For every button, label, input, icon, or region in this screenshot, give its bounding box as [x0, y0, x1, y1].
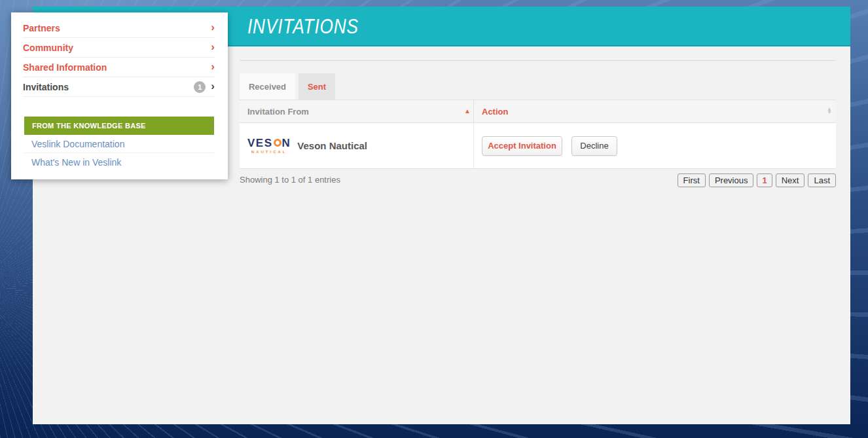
logo-o-ring-icon: O	[274, 139, 281, 147]
menu-item-partners[interactable]: Partners ›	[23, 18, 215, 38]
logo-text: N	[282, 137, 291, 149]
menu-item-label: Community	[23, 43, 73, 53]
menu-item-label: Partners	[23, 23, 60, 33]
link-veslink-documentation[interactable]: Veslink Documentation	[24, 135, 214, 153]
invitation-from-name: Veson Nautical	[297, 140, 367, 151]
link-whats-new-in-veslink[interactable]: What's New in Veslink	[24, 153, 214, 172]
menu-item-community[interactable]: Community ›	[23, 38, 215, 58]
logo-text: VES	[247, 137, 273, 149]
veslink-page: { "header": { "title": "INVITATIONS" }, …	[0, 0, 868, 438]
column-header-action[interactable]: Action ▲ ▼	[473, 100, 836, 122]
pagination-previous-button[interactable]: Previous	[709, 173, 754, 187]
tab-bar: Received Sent	[240, 73, 335, 100]
tab-received[interactable]: Received	[240, 73, 295, 100]
pagination-last-button[interactable]: Last	[808, 173, 836, 187]
divider	[240, 60, 836, 61]
pagination-page-1-button[interactable]: 1	[757, 173, 772, 187]
decline-button[interactable]: Decline	[571, 136, 617, 156]
column-header-label: Invitation From	[247, 107, 309, 117]
sort-neutral-icon: ▲ ▼	[827, 108, 832, 115]
chevron-right-icon: ›	[211, 22, 215, 34]
accept-invitation-button[interactable]: Accept Invitation	[482, 136, 562, 156]
logo-subtext: NAUTICAL	[251, 150, 287, 154]
page-title: INVITATIONS	[247, 7, 359, 46]
pagination: First Previous 1 Next Last	[678, 173, 836, 187]
menu-item-label: Invitations	[23, 82, 69, 92]
menu-item-invitations[interactable]: Invitations 1 ›	[23, 77, 215, 97]
table-row: VESON NAUTICAL Veson Nautical Accept Inv…	[240, 123, 836, 169]
navigation-menu: Partners › Community › Shared Informatio…	[11, 12, 228, 179]
pagination-next-button[interactable]: Next	[776, 173, 805, 187]
chevron-right-icon: ›	[211, 81, 215, 93]
knowledge-base-header: FROM THE KNOWLEDGE BASE	[24, 117, 214, 135]
sort-ascending-icon: ▲	[464, 107, 471, 115]
column-header-label: Action	[482, 107, 508, 117]
action-cell: Accept Invitation Decline	[473, 123, 836, 168]
menu-item-shared-information[interactable]: Shared Information ›	[23, 58, 215, 77]
menu-spacer	[11, 97, 228, 117]
entries-summary: Showing 1 to 1 of 1 entries	[240, 175, 340, 185]
chevron-right-icon: ›	[211, 41, 215, 54]
veson-nautical-logo: VESON NAUTICAL	[247, 137, 291, 154]
sort-down-glyph: ▼	[827, 111, 832, 115]
menu-item-label: Shared Information	[23, 62, 107, 73]
chevron-right-icon: ›	[211, 61, 215, 73]
invitations-count-badge: 1	[194, 81, 206, 93]
table-header-row: Invitation From ▲ Action ▲ ▼	[240, 100, 836, 123]
pagination-first-button[interactable]: First	[678, 173, 706, 187]
logo-wordmark: VESON	[247, 137, 291, 149]
column-header-invitation-from[interactable]: Invitation From ▲	[240, 100, 473, 122]
invitation-from-cell: VESON NAUTICAL Veson Nautical	[240, 123, 473, 168]
tab-sent[interactable]: Sent	[298, 73, 335, 100]
